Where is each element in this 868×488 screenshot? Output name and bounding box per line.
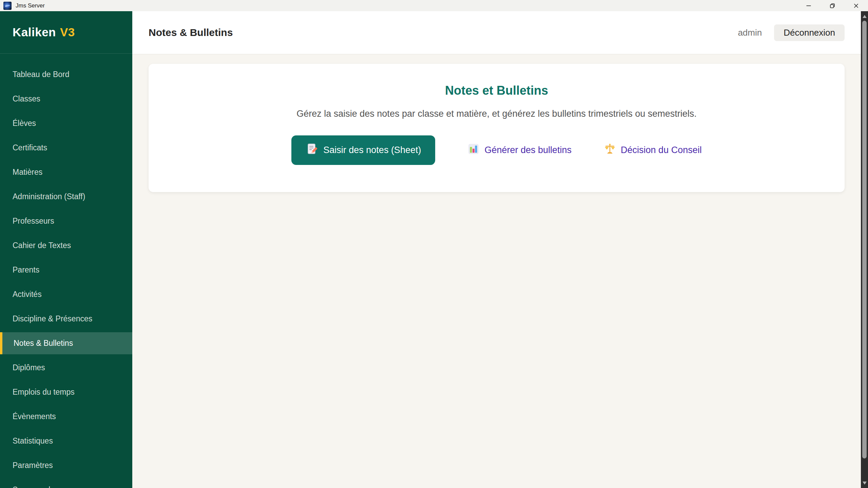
minimize-button[interactable] [797, 0, 821, 11]
sidebar-item-notes-bulletins[interactable]: Notes & Bulletins [0, 332, 132, 354]
close-button[interactable] [844, 0, 868, 11]
content-area: Notes et Bulletins Gérez la saisie des n… [132, 54, 861, 488]
close-icon [853, 3, 859, 9]
sidebar: Kaliken V3 Tableau de Bord Classes Élève… [0, 11, 132, 488]
sidebar-item-label: Tableau de Bord [13, 70, 70, 79]
logo-version: V3 [60, 25, 75, 39]
saisir-notes-button[interactable]: Saisir des notes (Sheet) [291, 135, 435, 165]
card-description: Gérez la saisie des notes par classe et … [296, 109, 697, 119]
scrollbar-thumb[interactable] [862, 21, 867, 458]
sidebar-item-tableau-de-bord[interactable]: Tableau de Bord [0, 63, 132, 86]
sidebar-item-emplois-du-temps[interactable]: Emplois du temps [0, 381, 132, 403]
decision-conseil-link[interactable]: Décision du Conseil [604, 143, 702, 157]
sidebar-item-cahier-de-textes[interactable]: Cahier de Textes [0, 234, 132, 257]
sidebar-item-sauvegarde[interactable]: Sauvegarde [0, 479, 132, 488]
sidebar-nav: Tableau de Bord Classes Élèves Certifica… [0, 54, 132, 488]
logo-brand: Kaliken [13, 25, 56, 39]
titlebar-left: Jms Server [0, 2, 45, 10]
window-controls [797, 0, 868, 11]
sidebar-item-certificats[interactable]: Certificats [0, 137, 132, 159]
sidebar-item-label: Paramètres [13, 461, 53, 470]
scroll-up-icon[interactable] [861, 12, 868, 21]
sidebar-item-label: Administration (Staff) [13, 192, 85, 201]
sidebar-item-parametres[interactable]: Paramètres [0, 454, 132, 476]
sidebar-item-label: Sauvegarde [13, 485, 55, 488]
sidebar-item-label: Emplois du temps [13, 388, 75, 397]
sidebar-item-label: Discipline & Présences [13, 314, 92, 323]
sidebar-item-diplomes[interactable]: Diplômes [0, 357, 132, 379]
bar-chart-icon [467, 143, 480, 157]
sidebar-item-classes[interactable]: Classes [0, 88, 132, 110]
sidebar-item-label: Matières [13, 168, 42, 177]
vertical-scrollbar[interactable] [861, 11, 868, 488]
saisir-notes-label: Saisir des notes (Sheet) [323, 145, 421, 155]
sidebar-item-label: Diplômes [13, 363, 45, 372]
app-logo: Kaliken V3 [0, 11, 132, 54]
sidebar-item-statistiques[interactable]: Statistiques [0, 430, 132, 452]
app-icon [3, 2, 12, 10]
restore-icon [829, 3, 835, 9]
minimize-icon [806, 3, 812, 9]
window-title: Jms Server [16, 2, 45, 9]
memo-icon [306, 143, 318, 157]
sidebar-item-activites[interactable]: Activités [0, 283, 132, 305]
sidebar-item-label: Parents [13, 265, 39, 275]
logout-button[interactable]: Déconnexion [774, 24, 845, 41]
generer-bulletins-link[interactable]: Générer des bulletins [467, 143, 572, 157]
username-label: admin [738, 27, 762, 38]
card-actions: Saisir des notes (Sheet) [291, 135, 701, 165]
sidebar-item-discipline-presences[interactable]: Discipline & Présences [0, 308, 132, 330]
sidebar-item-professeurs[interactable]: Professeurs [0, 210, 132, 232]
generer-bulletins-label: Générer des bulletins [484, 145, 572, 155]
sidebar-item-label: Professeurs [13, 217, 54, 226]
sidebar-item-eleves[interactable]: Élèves [0, 112, 132, 134]
header-right: admin Déconnexion [738, 24, 845, 41]
window-body: Kaliken V3 Tableau de Bord Classes Élève… [0, 11, 868, 488]
sidebar-item-administration-staff[interactable]: Administration (Staff) [0, 186, 132, 208]
sidebar-item-evenements[interactable]: Évènements [0, 406, 132, 428]
sidebar-item-matieres[interactable]: Matières [0, 161, 132, 183]
sidebar-item-parents[interactable]: Parents [0, 259, 132, 281]
sidebar-item-label: Statistiques [13, 436, 53, 446]
sidebar-item-label: Cahier de Textes [13, 241, 71, 250]
scroll-down-icon[interactable] [861, 478, 868, 487]
sidebar-item-label: Classes [13, 94, 40, 104]
app-window: Jms Server [0, 0, 868, 488]
card-title: Notes et Bulletins [445, 83, 548, 98]
sidebar-item-label: Notes & Bulletins [14, 339, 73, 348]
sidebar-item-label: Évènements [13, 412, 56, 421]
main-area: Notes & Bulletins admin Déconnexion Note… [132, 11, 861, 488]
sidebar-item-label: Élèves [13, 119, 36, 128]
notes-bulletins-card: Notes et Bulletins Gérez la saisie des n… [149, 64, 845, 192]
scales-icon [604, 143, 616, 157]
sidebar-item-label: Activités [13, 290, 42, 299]
restore-button[interactable] [821, 0, 844, 11]
titlebar: Jms Server [0, 0, 868, 11]
page-title: Notes & Bulletins [149, 27, 233, 38]
sidebar-item-label: Certificats [13, 143, 47, 152]
page-header: Notes & Bulletins admin Déconnexion [132, 11, 861, 54]
decision-conseil-label: Décision du Conseil [621, 145, 702, 155]
